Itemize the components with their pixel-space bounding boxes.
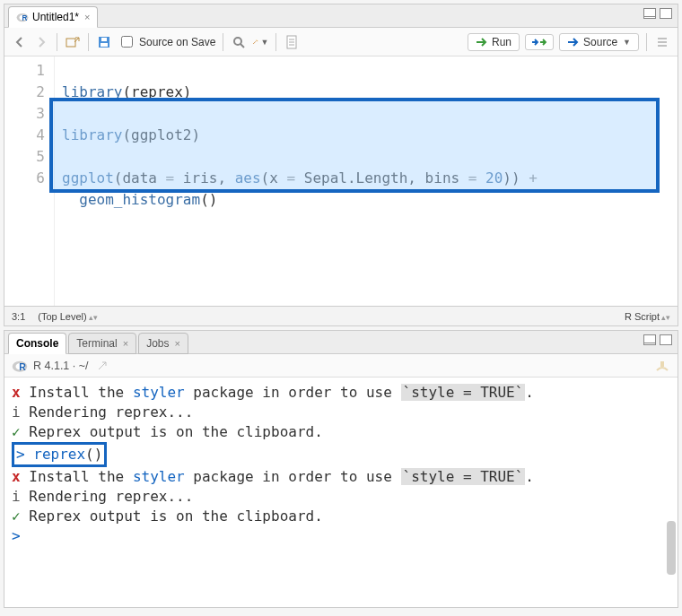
svg-rect-3	[66, 39, 75, 47]
minimize-icon[interactable]	[643, 8, 656, 19]
r-version: R 4.1.1 · ~/	[33, 360, 89, 372]
tab-terminal[interactable]: Terminal ×	[68, 333, 136, 354]
save-icon[interactable]	[96, 34, 112, 50]
svg-rect-5	[101, 43, 108, 47]
console-tabstrip: Console Terminal × Jobs ×	[4, 331, 678, 354]
clear-console-icon[interactable]	[654, 358, 670, 374]
source-on-save-toggle[interactable]: Source on Save	[118, 33, 215, 50]
code-line	[62, 148, 71, 165]
back-icon[interactable]	[12, 34, 28, 50]
pane-window-controls[interactable]	[643, 334, 672, 345]
code-area[interactable]: library(reprex) library(ggplot2) ggplot(…	[55, 56, 678, 306]
run-arrow-icon	[476, 37, 488, 48]
console-prompt[interactable]: >	[12, 526, 670, 546]
svg-point-9	[258, 39, 258, 40]
rerun-button[interactable]	[525, 34, 554, 50]
editor-statusbar: 3:1 (Top Level)▴▾ R Script▴▾	[4, 306, 678, 325]
svg-rect-6	[101, 38, 107, 41]
editor-tab-title: Untitled1*	[32, 11, 79, 23]
maximize-icon[interactable]	[660, 334, 672, 345]
close-icon[interactable]: ×	[123, 338, 128, 349]
pane-window-controls[interactable]	[643, 8, 672, 19]
console-line: i Rendering reprex...	[12, 403, 670, 422]
code-tools-icon[interactable]: ▼	[252, 34, 268, 50]
console-output[interactable]: x Install the styler package in order to…	[4, 377, 678, 607]
forward-icon[interactable]	[33, 34, 49, 50]
rerun-icon	[531, 37, 547, 48]
close-icon[interactable]: ×	[175, 338, 180, 349]
compile-report-icon[interactable]	[284, 34, 300, 50]
line-gutter: 1 2 3 4 5 6	[4, 56, 55, 306]
console-line: x Install the styler package in order to…	[12, 467, 670, 487]
code-line: ggplot(data = iris, aes(x = Sepal.Length…	[62, 169, 538, 187]
scope-selector[interactable]: (Top Level)▴▾	[38, 311, 97, 322]
code-line	[62, 105, 71, 122]
code-line: library(ggplot2)	[62, 126, 200, 143]
source-label: Source	[583, 36, 617, 48]
svg-rect-22	[660, 361, 664, 367]
svg-point-11	[258, 40, 258, 41]
console-pane: Console Terminal × Jobs × R R 4.1.1 · ~/	[4, 330, 678, 608]
source-on-save-checkbox[interactable]	[121, 36, 133, 48]
r-logo-icon: R	[16, 11, 29, 23]
run-label: Run	[492, 36, 512, 48]
console-line: ✓ Reprex output is on the clipboard.	[12, 507, 670, 526]
code-editor[interactable]: 1 2 3 4 5 6 library(reprex) library(ggpl…	[4, 56, 678, 306]
tab-terminal-label: Terminal	[76, 337, 117, 350]
code-line: library(reprex)	[62, 83, 192, 100]
language-selector[interactable]: R Script▴▾	[625, 311, 670, 322]
show-in-new-window-icon[interactable]	[65, 34, 81, 50]
console-line: x Install the styler package in order to…	[12, 383, 670, 403]
editor-toolbar: Source on Save ▼ Run Source ▼	[4, 28, 678, 56]
cursor-position: 3:1	[12, 311, 25, 322]
source-pane: R Untitled1* × Source on Save	[4, 4, 678, 326]
svg-point-7	[234, 38, 241, 45]
svg-point-10	[257, 39, 258, 39]
tab-console[interactable]: Console	[8, 333, 66, 354]
minimize-icon[interactable]	[643, 334, 656, 345]
maximize-icon[interactable]	[660, 8, 672, 19]
tab-console-label: Console	[16, 337, 58, 350]
source-arrow-icon	[567, 37, 580, 48]
editor-tabstrip: R Untitled1* ×	[4, 4, 678, 28]
svg-text:R: R	[19, 361, 26, 372]
popout-icon[interactable]	[94, 358, 110, 374]
console-header: R R 4.1.1 · ~/	[4, 354, 678, 377]
source-button[interactable]: Source ▼	[559, 33, 639, 51]
console-line: ✓ Reprex output is on the clipboard.	[12, 422, 670, 442]
r-logo-icon: R	[12, 358, 28, 374]
tab-jobs[interactable]: Jobs ×	[138, 333, 188, 354]
editor-tab[interactable]: R Untitled1* ×	[8, 6, 98, 28]
svg-text:R: R	[22, 14, 27, 22]
source-on-save-label: Source on Save	[139, 36, 215, 48]
console-line: > reprex()	[12, 442, 670, 467]
find-icon[interactable]	[231, 34, 247, 50]
svg-line-8	[240, 44, 244, 48]
run-button[interactable]: Run	[468, 33, 520, 51]
console-line: i Rendering reprex...	[12, 487, 670, 507]
close-icon[interactable]: ×	[84, 12, 90, 22]
code-line: geom_histogram()	[62, 191, 217, 208]
tab-jobs-label: Jobs	[146, 337, 169, 350]
scrollbar[interactable]	[667, 521, 676, 575]
outline-icon[interactable]	[654, 34, 670, 50]
